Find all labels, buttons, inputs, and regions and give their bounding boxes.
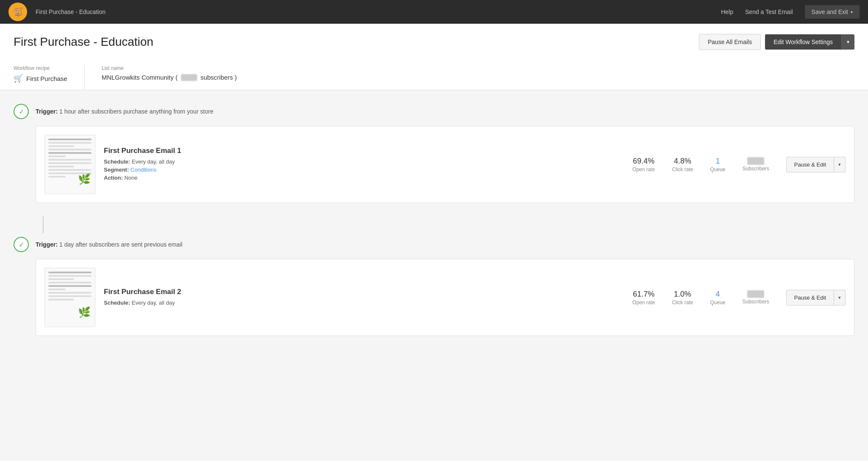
queue-stat: 1 Queue (710, 157, 725, 172)
queue-value-2[interactable]: 4 (710, 290, 725, 299)
queue-stat-2: 4 Queue (710, 290, 725, 305)
page-title: First Purchase - Education (14, 35, 153, 49)
main-content: ✓ Trigger: 1 hour after subscribers purc… (0, 90, 868, 363)
trigger-2-circle: ✓ (14, 237, 29, 252)
email-1-schedule: Schedule: Every day, all day (104, 158, 615, 165)
top-nav: 🐒 First Purchase - Education Help Send a… (0, 0, 868, 24)
trigger-1-description: 1 hour after subscribers purchase anythi… (59, 108, 213, 115)
help-link[interactable]: Help (721, 8, 733, 15)
open-rate-label: Open rate (632, 167, 655, 172)
email-1-stats: 69.4% Open rate 4.8% Click rate 1 Queue … (632, 157, 769, 172)
email-1-segment-link[interactable]: Conditions (131, 167, 156, 173)
trigger-1-text: Trigger: 1 hour after subscribers purcha… (36, 108, 213, 115)
page-header-top: First Purchase - Education Pause All Ema… (14, 34, 854, 58)
edit-workflow-dropdown-button[interactable]: ▾ (841, 34, 854, 50)
page-header: First Purchase - Education Pause All Ema… (0, 24, 868, 90)
schedule-label-2: Schedule: (104, 300, 130, 306)
queue-value[interactable]: 1 (710, 157, 725, 166)
email-2-thumbnail: 🌿 (45, 268, 95, 327)
mailchimp-logo[interactable]: 🐒 (8, 3, 27, 21)
schedule-label: Schedule: (104, 158, 130, 165)
segment-label: Segment: (104, 167, 129, 173)
nav-right: Help Send a Test Email Save and Exit ▾ (721, 5, 860, 19)
email-2-actions: Pause & Edit ▾ (786, 290, 846, 305)
trigger-1-row: ✓ Trigger: 1 hour after subscribers purc… (14, 104, 854, 119)
click-rate-stat-2: 1.0% Click rate (672, 290, 693, 305)
email-2-name: First Purchase Email 2 (104, 288, 615, 296)
trigger-1-circle: ✓ (14, 104, 29, 119)
email-2-stats: 61.7% Open rate 1.0% Click rate 4 Queue … (632, 290, 769, 305)
list-name-text: MNLGrowkits Community ( (102, 74, 178, 81)
pause-edit-1-dropdown[interactable]: ▾ (834, 157, 846, 172)
recipe-label: Workflow recipe (14, 65, 67, 71)
subscribers-label-2: Subscribers (742, 299, 769, 305)
email-1-actions: Pause & Edit ▾ (786, 157, 846, 172)
open-rate-value: 69.4% (632, 157, 655, 166)
subscribers-value-blurred-2 (747, 290, 764, 298)
email-card-2: 🌿 First Purchase Email 2 Schedule: Every… (36, 259, 854, 336)
edit-workflow-button[interactable]: Edit Workflow Settings (765, 34, 841, 50)
subscribers-stat-2: Subscribers (742, 290, 769, 305)
trigger-2-row: ✓ Trigger: 1 day after subscribers are s… (14, 237, 854, 252)
email-1-schedule-val: Every day, all day (132, 158, 175, 165)
email-1-thumbnail: 🌿 (45, 135, 95, 194)
thumbnail-2-icon: 🌿 (78, 306, 91, 318)
subscriber-count-blurred (181, 74, 197, 81)
click-rate-value: 4.8% (672, 157, 693, 166)
subscribers-label: Subscribers (742, 166, 769, 172)
subscribers-stat: Subscribers (742, 157, 769, 172)
connector-line (43, 217, 44, 233)
workflow-recipe-meta: Workflow recipe 🛒 First Purchase (14, 65, 85, 90)
email-2-schedule: Schedule: Every day, all day (104, 300, 615, 306)
metadata-row: Workflow recipe 🛒 First Purchase List na… (14, 58, 854, 90)
email-2-schedule-val: Every day, all day (132, 300, 175, 306)
click-rate-stat: 4.8% Click rate (672, 157, 693, 172)
trigger-1-section: ✓ Trigger: 1 hour after subscribers purc… (14, 104, 854, 203)
subscribers-value-blurred (747, 157, 764, 165)
email-card-1: 🌿 First Purchase Email 1 Schedule: Every… (36, 126, 854, 203)
email-1-action-val: None (124, 175, 137, 181)
trigger-2-description: 1 day after subscribers are sent previou… (59, 241, 182, 248)
header-actions: Pause All Emails Edit Workflow Settings … (699, 34, 854, 50)
action-label: Action: (104, 175, 123, 181)
open-rate-stat: 69.4% Open rate (632, 157, 655, 172)
email-1-info: First Purchase Email 1 Schedule: Every d… (104, 147, 615, 183)
list-label: List name (102, 65, 237, 71)
click-rate-label: Click rate (672, 167, 693, 172)
trigger-2-section: ✓ Trigger: 1 day after subscribers are s… (14, 237, 854, 336)
pause-edit-2-button[interactable]: Pause & Edit (786, 290, 834, 305)
thumbnail-cart-icon: 🌿 (78, 173, 91, 185)
cart-icon: 🛒 (14, 74, 23, 83)
open-rate-label-2: Open rate (632, 300, 655, 305)
open-rate-stat-2: 61.7% Open rate (632, 290, 655, 305)
queue-label: Queue (710, 167, 725, 172)
queue-label-2: Queue (710, 300, 725, 305)
click-rate-value-2: 1.0% (672, 290, 693, 299)
list-value: MNLGrowkits Community ( subscribers ) (102, 74, 237, 81)
list-name-meta: List name MNLGrowkits Community ( subscr… (102, 65, 254, 90)
pause-all-button[interactable]: Pause All Emails (699, 34, 761, 50)
save-exit-chevron-icon: ▾ (851, 10, 853, 14)
trigger-2-text: Trigger: 1 day after subscribers are sen… (36, 241, 182, 248)
trigger-prefix-2: Trigger: (36, 241, 58, 248)
email-1-segment: Segment: Conditions (104, 167, 615, 173)
nav-title: First Purchase - Education (36, 8, 106, 15)
list-name-suffix: subscribers ) (200, 74, 237, 81)
thumbnail-lines-2 (45, 268, 95, 305)
save-exit-button[interactable]: Save and Exit ▾ (805, 5, 860, 19)
email-1-action: Action: None (104, 175, 615, 181)
open-rate-value-2: 61.7% (632, 290, 655, 299)
trigger-prefix: Trigger: (36, 108, 58, 115)
pause-edit-2-dropdown[interactable]: ▾ (834, 290, 846, 305)
email-1-name: First Purchase Email 1 (104, 147, 615, 155)
email-2-info: First Purchase Email 2 Schedule: Every d… (104, 288, 615, 308)
nav-left: 🐒 First Purchase - Education (8, 3, 106, 21)
recipe-name: First Purchase (26, 75, 67, 82)
edit-workflow-wrap: Edit Workflow Settings ▾ (765, 34, 854, 50)
test-email-link[interactable]: Send a Test Email (745, 8, 793, 15)
click-rate-label-2: Click rate (672, 300, 693, 305)
recipe-value: 🛒 First Purchase (14, 74, 67, 83)
pause-edit-1-button[interactable]: Pause & Edit (786, 157, 834, 172)
